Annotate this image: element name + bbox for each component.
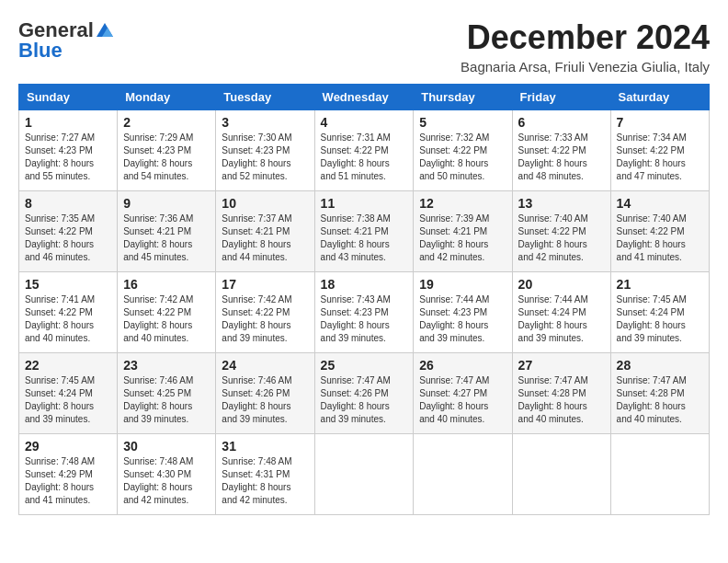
week-row: 22Sunrise: 7:45 AM Sunset: 4:24 PM Dayli… [19,353,710,434]
calendar-cell [610,434,709,515]
calendar-cell: 14Sunrise: 7:40 AM Sunset: 4:22 PM Dayli… [610,191,709,272]
day-info: Sunrise: 7:48 AM Sunset: 4:30 PM Dayligh… [123,455,210,507]
day-number: 20 [518,277,605,292]
day-info: Sunrise: 7:29 AM Sunset: 4:23 PM Dayligh… [123,132,210,183]
logo-icon [95,20,115,40]
calendar-cell: 18Sunrise: 7:43 AM Sunset: 4:23 PM Dayli… [314,272,414,353]
calendar-cell: 24Sunrise: 7:46 AM Sunset: 4:26 PM Dayli… [216,353,314,434]
day-info: Sunrise: 7:47 AM Sunset: 4:27 PM Dayligh… [419,374,506,426]
calendar-cell: 9Sunrise: 7:36 AM Sunset: 4:21 PM Daylig… [118,191,216,272]
day-info: Sunrise: 7:45 AM Sunset: 4:24 PM Dayligh… [617,293,703,345]
calendar-cell: 22Sunrise: 7:45 AM Sunset: 4:24 PM Dayli… [19,353,118,434]
day-info: Sunrise: 7:37 AM Sunset: 4:21 PM Dayligh… [222,213,308,264]
calendar-cell: 12Sunrise: 7:39 AM Sunset: 4:21 PM Dayli… [414,191,512,272]
header: General Blue December 2024 Bagnaria Arsa… [18,18,710,75]
day-number: 14 [617,196,703,211]
day-number: 12 [419,196,506,211]
day-number: 31 [222,439,308,454]
day-number: 17 [222,277,308,292]
title-section: December 2024 Bagnaria Arsa, Friuli Vene… [461,18,710,75]
calendar-cell: 15Sunrise: 7:41 AM Sunset: 4:22 PM Dayli… [19,272,118,353]
day-number: 29 [25,439,111,454]
calendar-cell: 4Sunrise: 7:31 AM Sunset: 4:22 PM Daylig… [314,110,414,191]
week-row: 1Sunrise: 7:27 AM Sunset: 4:23 PM Daylig… [19,110,710,191]
day-info: Sunrise: 7:38 AM Sunset: 4:21 PM Dayligh… [321,213,408,264]
day-info: Sunrise: 7:31 AM Sunset: 4:22 PM Dayligh… [321,132,408,183]
week-row: 29Sunrise: 7:48 AM Sunset: 4:29 PM Dayli… [19,434,710,515]
day-number: 27 [518,358,605,373]
calendar-cell: 2Sunrise: 7:29 AM Sunset: 4:23 PM Daylig… [118,110,216,191]
day-info: Sunrise: 7:36 AM Sunset: 4:21 PM Dayligh… [123,213,210,264]
calendar-cell: 3Sunrise: 7:30 AM Sunset: 4:23 PM Daylig… [216,110,314,191]
calendar-cell: 25Sunrise: 7:47 AM Sunset: 4:26 PM Dayli… [314,353,414,434]
day-number: 8 [25,196,111,211]
day-info: Sunrise: 7:32 AM Sunset: 4:22 PM Dayligh… [419,132,506,183]
day-info: Sunrise: 7:42 AM Sunset: 4:22 PM Dayligh… [222,293,308,345]
day-number: 23 [123,358,210,373]
calendar-cell: 13Sunrise: 7:40 AM Sunset: 4:22 PM Dayli… [512,191,610,272]
day-number: 26 [419,358,506,373]
day-info: Sunrise: 7:47 AM Sunset: 4:28 PM Dayligh… [518,374,605,426]
calendar-cell: 8Sunrise: 7:35 AM Sunset: 4:22 PM Daylig… [19,191,118,272]
day-info: Sunrise: 7:40 AM Sunset: 4:22 PM Dayligh… [518,213,605,264]
day-number: 19 [419,277,506,292]
calendar-cell: 7Sunrise: 7:34 AM Sunset: 4:22 PM Daylig… [610,110,709,191]
calendar-cell: 21Sunrise: 7:45 AM Sunset: 4:24 PM Dayli… [610,272,709,353]
day-number: 18 [321,277,408,292]
day-info: Sunrise: 7:39 AM Sunset: 4:21 PM Dayligh… [419,213,506,264]
col-header-friday: Friday [512,85,610,110]
day-number: 16 [123,277,210,292]
calendar-cell: 27Sunrise: 7:47 AM Sunset: 4:28 PM Dayli… [512,353,610,434]
day-info: Sunrise: 7:34 AM Sunset: 4:22 PM Dayligh… [617,132,703,183]
col-header-saturday: Saturday [610,85,709,110]
day-info: Sunrise: 7:42 AM Sunset: 4:22 PM Dayligh… [123,293,210,345]
location-title: Bagnaria Arsa, Friuli Venezia Giulia, It… [461,59,710,75]
day-info: Sunrise: 7:41 AM Sunset: 4:22 PM Dayligh… [25,293,111,345]
calendar-cell: 20Sunrise: 7:44 AM Sunset: 4:24 PM Dayli… [512,272,610,353]
calendar-cell: 19Sunrise: 7:44 AM Sunset: 4:23 PM Dayli… [414,272,512,353]
calendar-cell: 10Sunrise: 7:37 AM Sunset: 4:21 PM Dayli… [216,191,314,272]
day-info: Sunrise: 7:35 AM Sunset: 4:22 PM Dayligh… [25,213,111,264]
calendar-cell: 5Sunrise: 7:32 AM Sunset: 4:22 PM Daylig… [414,110,512,191]
day-info: Sunrise: 7:43 AM Sunset: 4:23 PM Dayligh… [321,293,408,345]
day-info: Sunrise: 7:44 AM Sunset: 4:24 PM Dayligh… [518,293,605,345]
day-info: Sunrise: 7:40 AM Sunset: 4:22 PM Dayligh… [617,213,703,264]
calendar-cell [512,434,610,515]
calendar-cell: 23Sunrise: 7:46 AM Sunset: 4:25 PM Dayli… [118,353,216,434]
week-row: 15Sunrise: 7:41 AM Sunset: 4:22 PM Dayli… [19,272,710,353]
day-info: Sunrise: 7:33 AM Sunset: 4:22 PM Dayligh… [518,132,605,183]
day-info: Sunrise: 7:48 AM Sunset: 4:31 PM Dayligh… [222,455,308,507]
day-number: 25 [321,358,408,373]
day-number: 3 [222,115,308,130]
day-number: 28 [617,358,703,373]
day-number: 22 [25,358,111,373]
day-number: 21 [617,277,703,292]
month-title: December 2024 [461,18,710,57]
day-info: Sunrise: 7:48 AM Sunset: 4:29 PM Dayligh… [25,455,111,507]
logo-blue: Blue [18,39,63,63]
logo: General Blue [18,18,115,63]
day-number: 2 [123,115,210,130]
calendar-cell: 30Sunrise: 7:48 AM Sunset: 4:30 PM Dayli… [118,434,216,515]
day-number: 30 [123,439,210,454]
day-number: 24 [222,358,308,373]
day-number: 15 [25,277,111,292]
calendar-cell [414,434,512,515]
day-info: Sunrise: 7:45 AM Sunset: 4:24 PM Dayligh… [25,374,111,426]
calendar-table: SundayMondayTuesdayWednesdayThursdayFrid… [18,84,710,515]
col-header-tuesday: Tuesday [216,85,314,110]
day-number: 11 [321,196,408,211]
day-number: 1 [25,115,111,130]
day-info: Sunrise: 7:30 AM Sunset: 4:23 PM Dayligh… [222,132,308,183]
day-info: Sunrise: 7:44 AM Sunset: 4:23 PM Dayligh… [419,293,506,345]
week-row: 8Sunrise: 7:35 AM Sunset: 4:22 PM Daylig… [19,191,710,272]
col-header-thursday: Thursday [414,85,512,110]
calendar-cell: 6Sunrise: 7:33 AM Sunset: 4:22 PM Daylig… [512,110,610,191]
day-number: 10 [222,196,308,211]
calendar-cell: 29Sunrise: 7:48 AM Sunset: 4:29 PM Dayli… [19,434,118,515]
calendar-cell: 31Sunrise: 7:48 AM Sunset: 4:31 PM Dayli… [216,434,314,515]
calendar-cell: 17Sunrise: 7:42 AM Sunset: 4:22 PM Dayli… [216,272,314,353]
calendar-cell: 26Sunrise: 7:47 AM Sunset: 4:27 PM Dayli… [414,353,512,434]
day-number: 13 [518,196,605,211]
day-info: Sunrise: 7:46 AM Sunset: 4:25 PM Dayligh… [123,374,210,426]
